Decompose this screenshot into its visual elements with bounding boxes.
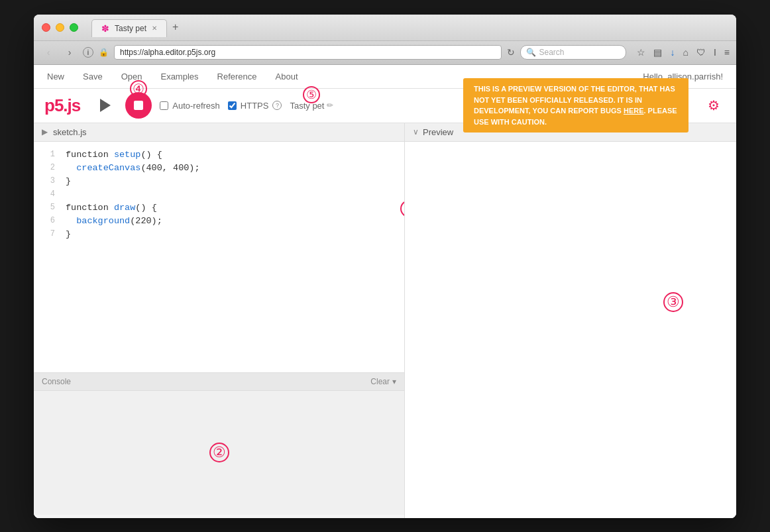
console-panel: Console Clear ▾ ②	[34, 372, 404, 518]
back-button[interactable]: ‹	[40, 44, 56, 60]
play-button[interactable]	[93, 93, 117, 117]
code-line-2: 2 createCanvas(400, 400);	[34, 163, 404, 176]
preview-label: Preview	[423, 127, 453, 137]
settings-button[interactable]: ⚙	[702, 93, 726, 117]
traffic-lights	[42, 23, 78, 32]
gear-icon: ⚙	[708, 97, 720, 113]
https-checkbox[interactable]	[228, 101, 237, 110]
collapse-arrow-icon[interactable]: ▶	[42, 127, 48, 136]
nav-save[interactable]: Save	[83, 72, 103, 81]
address-bar: ‹ › i 🔒 https://alpha.editor.p5js.org ↻ …	[34, 41, 736, 65]
stop-icon	[134, 101, 143, 110]
auto-refresh-checkbox[interactable]	[160, 101, 168, 110]
preview-banner: THIS IS A PREVIEW VERSION OF THE EDITOR,…	[463, 78, 688, 133]
browser-window: ✽ Tasty pet ✕ + ‹ › i 🔒 https://alpha.ed…	[34, 15, 736, 518]
code-panel: ▶ sketch.js 1 function setup() { 2 creat…	[34, 123, 405, 518]
home-icon[interactable]: ⌂	[683, 47, 688, 58]
preview-collapse-icon[interactable]: ∨	[413, 127, 419, 136]
code-line-1: 1 function setup() {	[34, 150, 404, 163]
app-nav-links: New Save Open Examples Reference About	[47, 72, 298, 81]
tab-favicon-icon: ✽	[101, 23, 109, 34]
annotation-1: ①	[400, 200, 404, 217]
close-button[interactable]	[42, 23, 50, 32]
browser-tab[interactable]: ✽ Tasty pet ✕	[91, 19, 167, 37]
maximize-button[interactable]	[70, 23, 78, 32]
code-line-7: 7 }	[34, 229, 404, 242]
nav-reference[interactable]: Reference	[217, 72, 257, 81]
preview-body: ③	[405, 142, 736, 518]
code-line-4: 4	[34, 189, 404, 203]
nav-new[interactable]: New	[47, 72, 64, 81]
file-name: sketch.js	[53, 127, 87, 137]
preview-panel: ∨ Preview ③	[405, 123, 736, 518]
info-icon[interactable]: i	[83, 47, 93, 58]
nav-about[interactable]: About	[276, 72, 298, 81]
url-text: https://alpha.editor.p5js.org	[120, 48, 215, 57]
annotation-4: ④	[130, 80, 147, 97]
file-header: ▶ sketch.js	[34, 123, 404, 142]
console-body: ②	[34, 391, 404, 515]
app-header: p5.js ④ Auto-refresh HTTPS ? Tasty pet ✏	[34, 89, 736, 123]
tab-title: Tasty pet	[115, 24, 146, 33]
code-line-3: 3 }	[34, 176, 404, 189]
chevron-down-icon: ▾	[392, 377, 396, 386]
reload-button[interactable]: ↻	[507, 47, 515, 58]
profile-icon[interactable]: I	[714, 47, 716, 58]
tab-bar: ✽ Tasty pet ✕ +	[91, 18, 184, 36]
annotation-5: ⑤	[303, 86, 320, 103]
annotation-3: ③	[663, 292, 683, 312]
minimize-button[interactable]	[56, 23, 64, 32]
console-clear-button[interactable]: Clear ▾	[370, 377, 396, 386]
code-editor[interactable]: 1 function setup() { 2 createCanvas(400,…	[34, 142, 404, 372]
tab-close-icon[interactable]: ✕	[152, 25, 157, 32]
reader-icon[interactable]: ▤	[653, 47, 662, 58]
https-info-icon[interactable]: ?	[272, 101, 282, 110]
auto-refresh-label[interactable]: Auto-refresh	[160, 101, 220, 111]
search-icon: 🔍	[526, 48, 536, 57]
play-icon	[100, 99, 111, 112]
url-bar[interactable]: https://alpha.editor.p5js.org	[114, 45, 502, 60]
p5-logo: p5.js	[44, 95, 80, 116]
nav-examples[interactable]: Examples	[160, 72, 198, 81]
bug-report-link[interactable]: HERE	[624, 107, 644, 115]
download-icon[interactable]: ↓	[670, 47, 675, 58]
code-line-6: 6 background(220);	[34, 216, 404, 229]
title-bar: ✽ Tasty pet ✕ +	[34, 15, 736, 41]
https-label[interactable]: HTTPS ?	[228, 101, 282, 111]
forward-button[interactable]: ›	[62, 44, 78, 60]
new-tab-button[interactable]: +	[167, 18, 184, 36]
shield-icon[interactable]: 🛡	[696, 47, 706, 58]
code-line-5: 5 function draw() { ①	[34, 203, 404, 216]
search-placeholder: Search	[539, 48, 564, 57]
menu-icon[interactable]: ≡	[724, 47, 730, 58]
console-label: Console	[42, 377, 71, 386]
pencil-icon: ✏	[327, 101, 333, 110]
editor-area: ▶ sketch.js 1 function setup() { 2 creat…	[34, 123, 736, 518]
search-bar[interactable]: 🔍 Search	[520, 45, 626, 60]
annotation-2: ②	[209, 443, 229, 462]
browser-toolbar: ☆ ▤ ↓ ⌂ 🛡 I ≡	[637, 47, 730, 58]
lock-icon: 🔒	[99, 48, 109, 57]
console-header: Console Clear ▾	[34, 373, 404, 391]
bookmark-icon[interactable]: ☆	[637, 47, 645, 58]
